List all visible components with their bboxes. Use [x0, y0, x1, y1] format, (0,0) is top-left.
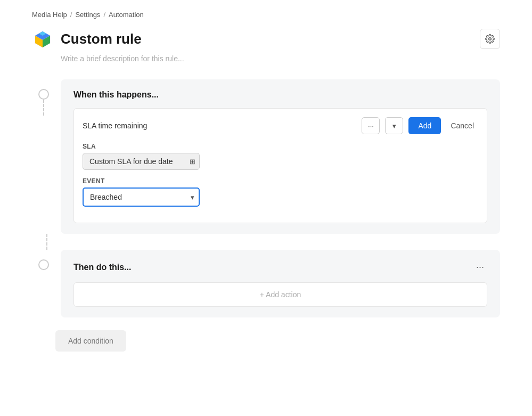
trigger-label: SLA time remaining	[83, 121, 356, 130]
more-icon: ···	[476, 262, 484, 272]
event-label: Event	[83, 177, 478, 185]
event-select-wrapper: Breached Warning Completed ▾	[83, 187, 200, 207]
sla-select[interactable]: Custom SLA for due date	[83, 153, 200, 170]
add-button[interactable]: Add	[408, 117, 441, 134]
breadcrumb-sep-1: /	[70, 11, 72, 19]
svg-point-6	[489, 38, 492, 40]
when-header: When this happens...	[73, 90, 487, 100]
cancel-button[interactable]: Cancel	[446, 121, 478, 130]
event-select[interactable]: Breached Warning Completed	[83, 187, 200, 207]
when-card: When this happens... SLA time remaining …	[61, 79, 500, 234]
then-circle	[38, 259, 49, 270]
sla-label: SLA	[83, 143, 478, 150]
description-text: Write a brief description for this rule.…	[61, 54, 184, 63]
when-line	[43, 100, 44, 116]
between-line-col	[37, 234, 50, 250]
then-card: Then do this... ··· + Add action	[61, 250, 500, 317]
then-more-button[interactable]: ···	[473, 260, 487, 274]
when-circle	[38, 89, 49, 100]
breadcrumb-automation: Automation	[109, 11, 144, 19]
timeline: When this happens... SLA time remaining …	[32, 79, 500, 317]
add-condition-button[interactable]: Add condition	[55, 330, 126, 352]
then-item: Then do this... ··· + Add action	[37, 250, 500, 317]
then-node-col	[37, 250, 50, 270]
when-title: When this happens...	[73, 90, 159, 100]
trigger-dots-button[interactable]: ···	[362, 117, 380, 134]
settings-button[interactable]	[480, 29, 500, 49]
app-icon	[32, 28, 53, 50]
header-left: Custom rule	[32, 28, 142, 50]
when-node-col	[37, 79, 50, 116]
breadcrumb-sep-2: /	[103, 11, 105, 19]
page-header: Custom rule	[32, 28, 500, 50]
then-title: Then do this...	[73, 263, 131, 272]
sla-select-wrapper: Custom SLA for due date ⊞	[83, 153, 200, 170]
chevron-down-icon: ▾	[392, 122, 396, 130]
breadcrumb-media-help[interactable]: Media Help	[32, 11, 67, 19]
dashed-line	[46, 234, 47, 250]
event-field-group: Event Breached Warning Completed ▾	[83, 177, 478, 207]
page-title: Custom rule	[61, 31, 142, 47]
trigger-row: SLA time remaining ··· ▾ Add Cancel	[83, 117, 478, 134]
sla-field-group: SLA Custom SLA for due date ⊞	[83, 143, 478, 170]
when-inner: SLA time remaining ··· ▾ Add Cancel SLA	[73, 108, 487, 223]
dots-icon: ···	[368, 122, 374, 130]
trigger-chevron-button[interactable]: ▾	[385, 117, 403, 134]
between-items	[37, 234, 500, 250]
add-action-button[interactable]: + Add action	[73, 282, 487, 307]
description-row: Write a brief description for this rule.…	[32, 54, 500, 63]
when-item: When this happens... SLA time remaining …	[37, 79, 500, 234]
gear-icon	[485, 34, 495, 44]
breadcrumb-settings[interactable]: Settings	[75, 11, 100, 19]
breadcrumb: Media Help / Settings / Automation	[32, 11, 500, 19]
then-header: Then do this... ···	[73, 260, 487, 274]
add-condition-area: Add condition	[32, 330, 500, 352]
